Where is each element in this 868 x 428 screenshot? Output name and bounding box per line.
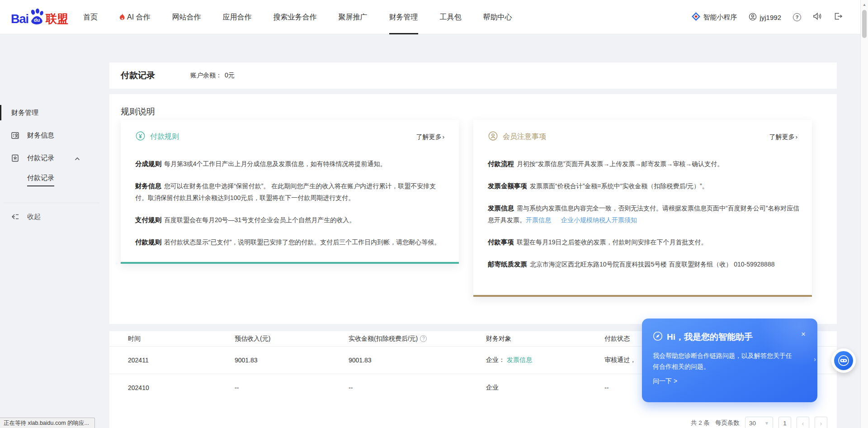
member-notes-title: 会员注意事项: [503, 132, 546, 142]
per-page-select[interactable]: 30 ▼: [745, 417, 773, 428]
scrollbar-thumb[interactable]: [862, 10, 867, 38]
ask-now-link[interactable]: 问一下 >: [653, 377, 677, 385]
assistant-expand-arrow[interactable]: ›: [814, 356, 816, 363]
topbar-right: 智能小程序 jyj1992 ?: [692, 0, 842, 34]
flame-icon: [119, 14, 125, 21]
sidebar-subitem-payment-records[interactable]: 付款记录: [0, 173, 109, 187]
sidebar-item-finance-info[interactable]: 财务信息: [0, 128, 109, 142]
rule-link-1[interactable]: 开票信息: [526, 216, 551, 224]
nav-item-6[interactable]: 聚屏推广: [328, 0, 378, 34]
page-title: 付款记录: [121, 70, 155, 81]
svg-text:du: du: [34, 17, 40, 23]
sidebar-divider: [4, 203, 99, 203]
account-balance: 账户余额：0元: [190, 71, 235, 80]
speaker-icon: [813, 12, 822, 22]
rule-item: 付款事项联盟在每月19日之后签收的发票，付款时间安排在下个月首批支付。: [488, 236, 800, 248]
payment-rules-body: 分成规则每月第3或4个工作日产出上月分成信息及发票信息，如有特殊情况将提前通知。…: [135, 158, 447, 258]
assistant-message: 我会帮助您诊断合作链路问题，以及解答您关于任何合作相关的问题。: [653, 350, 796, 372]
rule-item: 财务信息您可以在财务信息中选择“保留付款”。 在此期间您产生的收入将在账户内进行…: [135, 180, 447, 204]
browser-status-bar: 正在等待 xlab.baidu.com 的响应...: [0, 418, 95, 428]
payment-rules-more-link[interactable]: 了解更多›: [416, 133, 444, 141]
payment-rule-icon: [135, 131, 146, 143]
sidebar-section-finance[interactable]: 财务管理: [0, 105, 109, 120]
table-cell: --: [349, 384, 486, 391]
assistant-title: Hi，我是您的智能助手: [667, 331, 753, 343]
chevron-up-icon: [75, 154, 80, 162]
member-notes-more-link[interactable]: 了解更多›: [769, 133, 797, 141]
mini-program-link[interactable]: 智能小程序: [692, 12, 737, 22]
payment-rules-panel: 付款规则 了解更多› 分成规则每月第3或4个工作日产出上月分成信息及发票信息，如…: [121, 120, 459, 264]
nav-item-2[interactable]: AI 合作: [108, 0, 161, 34]
table-cell: 9001.83: [235, 357, 349, 364]
user-icon: [749, 13, 757, 22]
sidebar-collapse-button[interactable]: 收起: [0, 210, 109, 224]
nav-item-4[interactable]: 应用合作: [212, 0, 263, 34]
prev-page-button[interactable]: ‹: [797, 417, 809, 428]
rules-card: 规则说明 付款规则 了解更多› 分成规则每月第3或4个工作日产出上月分成信息及发…: [109, 94, 837, 324]
sidebar-item-payment-records[interactable]: 付款记录: [0, 151, 109, 165]
announcement-button[interactable]: [813, 12, 822, 22]
column-header: 预估收入(元): [235, 335, 349, 343]
help-button[interactable]: ?: [793, 13, 801, 21]
table-cell: 202411: [128, 357, 235, 364]
help-icon: ?: [793, 13, 801, 21]
column-header: 时间: [128, 335, 235, 343]
logout-button[interactable]: [834, 12, 842, 22]
rule-link-2[interactable]: 企业小规模纳税人开票须知: [561, 216, 637, 224]
baidu-paw-icon: du: [29, 8, 44, 26]
user-account[interactable]: jyj1992: [749, 13, 781, 22]
nav-item-7[interactable]: 财务管理: [378, 0, 429, 34]
payment-rules-title: 付款规则: [150, 132, 179, 142]
table-cell: --: [235, 384, 349, 391]
nav-item-3[interactable]: 网站合作: [161, 0, 212, 34]
rule-item: 分成规则每月第3或4个工作日产出上月分成信息及发票信息，如有特殊情况将提前通知。: [135, 158, 447, 170]
page-1-button[interactable]: 1: [778, 417, 791, 428]
assistant-popup: Hi，我是您的智能助手 × 我会帮助您诊断合作链路问题，以及解答您关于任何合作相…: [642, 319, 817, 402]
nav-item-5[interactable]: 搜索业务合作: [263, 0, 328, 34]
member-notes-body: 付款流程月初按“发票信息”页面开具发票→上传发票→邮寄发票→审核→确认支付。发票…: [488, 158, 800, 281]
username: jyj1992: [760, 14, 781, 21]
payment-records-header-card: 付款记录 账户余额：0元: [109, 62, 837, 89]
screen: Bai du 联盟 首页AI 合作网站合作应用合作搜索业务合作聚屏推广财务管理工…: [0, 0, 868, 428]
main-nav: 首页AI 合作网站合作应用合作搜索业务合作聚屏推广财务管理工具包帮助中心: [72, 0, 523, 34]
close-icon[interactable]: ×: [801, 330, 806, 338]
table-cell: 202410: [128, 384, 235, 391]
rule-item: 付款流程月初按“发票信息”页面开具发票→上传发票→邮寄发票→审核→确认支付。: [488, 158, 800, 170]
nav-item-9[interactable]: 帮助中心: [472, 0, 523, 34]
column-header: 财务对象: [486, 335, 604, 343]
top-navigation-bar: Bai du 联盟 首页AI 合作网站合作应用合作搜索业务合作聚屏推广财务管理工…: [0, 0, 860, 34]
invoice-info-link[interactable]: 发票信息: [507, 356, 532, 363]
assistant-fab-button[interactable]: [831, 348, 856, 373]
next-page-button[interactable]: ›: [815, 417, 827, 428]
member-notes-panel: 会员注意事项 了解更多› 付款流程月初按“发票信息”页面开具发票→上传发票→邮寄…: [473, 120, 812, 297]
payment-record-icon: [11, 154, 19, 162]
logo-union-text: 联盟: [46, 11, 68, 26]
baidu-union-logo[interactable]: Bai du 联盟: [11, 8, 68, 26]
scrollbar-up-icon[interactable]: ▲: [861, 3, 868, 7]
total-count: 共 2 条: [691, 419, 710, 427]
pagination: 共 2 条 每页条数 30 ▼ 1 ‹ ›: [691, 417, 827, 428]
table-cell: 9001.83: [349, 357, 486, 364]
column-header: 实收金额(扣除税费后/元)?: [349, 335, 486, 343]
nav-item-8[interactable]: 工具包: [429, 0, 472, 34]
rule-item: 发票信息需与系统内发票信息内容完全一致，否则无法支付。请根据发票信息页面中“百度…: [488, 202, 800, 226]
table-cell: 企业: [486, 384, 604, 392]
rule-item: 付款规则若付款状态显示“已支付”，说明联盟已安排了您的付款。支付后三个工作日内到…: [135, 236, 447, 248]
status-text: 正在等待 xlab.baidu.com 的响应...: [4, 419, 89, 427]
rule-item: 支付规则百度联盟会在每月20号—31号支付企业会员上个自然月产生的收入。: [135, 214, 447, 226]
assistant-avatar-icon: [834, 351, 853, 370]
rule-item: 发票金额事项发票票面“价税合计”金额=系统中“实收金额（扣除税费后/元）”。: [488, 180, 800, 192]
mini-program-icon: [692, 12, 700, 22]
help-tooltip-icon[interactable]: ?: [420, 335, 427, 342]
compass-icon: [653, 331, 663, 343]
logout-icon: [834, 12, 842, 22]
collapse-icon: [11, 213, 19, 220]
nav-item-1[interactable]: 首页: [72, 0, 108, 34]
rules-section-title: 规则说明: [121, 106, 155, 118]
finance-info-icon: [11, 131, 19, 140]
chevron-down-icon: ▼: [764, 421, 769, 426]
table-cell: 企业： 发票信息: [486, 356, 604, 364]
member-notice-icon: [488, 131, 498, 143]
balance-value: 0元: [225, 71, 235, 79]
browser-scrollbar[interactable]: ▲: [860, 0, 868, 428]
